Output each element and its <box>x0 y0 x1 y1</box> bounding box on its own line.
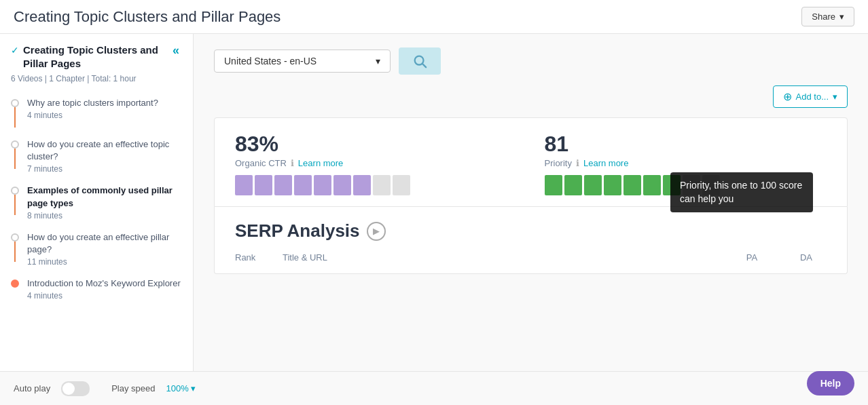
item-title-4: How do you create an effective pillar pa… <box>27 231 182 256</box>
sidebar-collapse-button[interactable]: « <box>170 43 182 58</box>
serp-table-header: Rank Title & URL PA DA <box>235 252 827 263</box>
bar-segment <box>314 175 331 195</box>
autoplay-toggle[interactable] <box>61 381 90 396</box>
item-duration-3: 8 minutes <box>27 211 182 220</box>
share-label: Share <box>812 12 835 22</box>
speed-chevron-icon: ▾ <box>191 383 196 393</box>
search-bar-row: United States - en-US ▾ <box>214 47 848 75</box>
sidebar-course-title: Creating Topic Clusters and Pillar Pages <box>23 43 170 70</box>
item-dot-col-5 <box>11 277 19 288</box>
priority-info-icon: ℹ <box>576 158 579 168</box>
priority-label-row: Priority ℹ Learn more <box>545 158 827 168</box>
item-content-1: Why are topic clusters important? 4 minu… <box>27 97 182 120</box>
priority-value: 81 <box>545 132 827 157</box>
item-duration-5: 4 minutes <box>27 291 182 301</box>
serp-expand-button[interactable]: ▶ <box>367 222 386 241</box>
sidebar-header: ✓ Creating Topic Clusters and Pillar Pag… <box>0 34 193 74</box>
item-dot-3 <box>11 187 19 195</box>
bar-segment <box>623 175 641 195</box>
bar-segment <box>373 175 391 195</box>
content-inner: United States - en-US ▾ ⊕ Add to... ▾ <box>194 34 868 288</box>
item-dot-col-2 <box>11 138 19 169</box>
search-icon <box>412 54 427 69</box>
dropdown-chevron-icon: ▾ <box>376 56 380 66</box>
ctr-label-row: Organic CTR ℹ Learn more <box>235 158 518 168</box>
item-title-1: Why are topic clusters important? <box>27 97 182 109</box>
speed-value[interactable]: 100% ▾ <box>166 383 196 393</box>
bar-segment <box>333 175 351 195</box>
item-line-2 <box>14 149 16 169</box>
priority-label: Priority <box>545 158 572 168</box>
sidebar-items: Why are topic clusters important? 4 minu… <box>0 92 193 320</box>
serp-section: SERP Analysis ▶ Rank Title & URL PA DA <box>214 207 848 274</box>
sidebar: ✓ Creating Topic Clusters and Pillar Pag… <box>0 34 194 405</box>
bar-segment <box>643 175 661 195</box>
toggle-knob <box>62 383 75 395</box>
item-title-3: Examples of commonly used pillar page ty… <box>27 185 182 209</box>
bar-segment <box>274 175 292 195</box>
share-button[interactable]: Share ▾ <box>801 7 854 26</box>
col-title-header: Title & URL <box>283 252 718 263</box>
bar-segment <box>545 175 562 195</box>
col-pa-header: PA <box>731 252 772 263</box>
sidebar-item-2[interactable]: How do you create an effective topic clu… <box>0 133 193 179</box>
item-dot-1 <box>11 99 19 107</box>
add-to-row: ⊕ Add to... ▾ <box>214 85 848 108</box>
bar-segment <box>235 175 253 195</box>
priority-metric: 81 Priority ℹ Learn more Priority, this … <box>545 132 827 195</box>
priority-tooltip: Priority, this one to 100 score can help… <box>670 172 813 212</box>
col-da-header: DA <box>786 252 827 263</box>
bottom-bar: Auto play Play speed 100% ▾ <box>0 371 868 405</box>
item-line-1 <box>14 107 16 128</box>
location-dropdown[interactable]: United States - en-US ▾ <box>214 50 391 73</box>
help-button[interactable]: Help <box>807 371 854 396</box>
item-content-2: How do you create an effective topic clu… <box>27 138 182 174</box>
item-content-4: How do you create an effective pillar pa… <box>27 231 182 267</box>
ctr-learn-more[interactable]: Learn more <box>298 158 343 168</box>
autoplay-label: Auto play <box>14 383 50 393</box>
ctr-info-icon: ℹ <box>291 158 294 168</box>
bar-segment <box>255 175 272 195</box>
search-button[interactable] <box>399 47 441 75</box>
item-duration-1: 4 minutes <box>27 111 182 120</box>
item-dot-2 <box>11 140 19 149</box>
bar-segment <box>584 175 602 195</box>
sidebar-item-5[interactable]: Introduction to Moz's Keyword Explorer 4… <box>0 272 193 306</box>
ctr-metric: 83% Organic CTR ℹ Learn more <box>235 132 518 195</box>
page-title: Creating Topic Clusters and Pillar Pages <box>14 8 281 26</box>
svg-line-1 <box>422 64 426 67</box>
bar-segment <box>564 175 582 195</box>
item-content-5: Introduction to Moz's Keyword Explorer 4… <box>27 277 182 301</box>
add-to-label: Add to... <box>796 92 829 102</box>
speed-label: Play speed <box>111 383 155 393</box>
priority-learn-more[interactable]: Learn more <box>583 158 628 168</box>
serp-title: SERP Analysis <box>235 220 360 242</box>
col-rank-header: Rank <box>235 252 269 263</box>
item-title-5: Introduction to Moz's Keyword Explorer <box>27 277 182 290</box>
add-to-chevron-icon: ▾ <box>833 92 837 102</box>
main-layout: ✓ Creating Topic Clusters and Pillar Pag… <box>0 34 868 405</box>
bar-segment <box>393 175 410 195</box>
sidebar-item-4[interactable]: How do you create an effective pillar pa… <box>0 226 193 272</box>
item-dot-5 <box>11 279 19 288</box>
location-value: United States - en-US <box>224 56 317 66</box>
sidebar-meta: 6 Videos | 1 Chapter | Total: 1 hour <box>0 74 193 92</box>
item-dot-col-4 <box>11 231 19 262</box>
top-bar: Creating Topic Clusters and Pillar Pages… <box>0 0 868 34</box>
item-duration-2: 7 minutes <box>27 164 182 174</box>
ctr-bar-chart <box>235 175 518 195</box>
add-to-plus-icon: ⊕ <box>783 90 792 103</box>
sidebar-expand-icon[interactable]: ✓ <box>11 45 19 56</box>
item-title-2: How do you create an effective topic clu… <box>27 138 182 163</box>
sidebar-item-3[interactable]: Examples of commonly used pillar page ty… <box>0 179 193 225</box>
item-content-3: Examples of commonly used pillar page ty… <box>27 185 182 220</box>
ctr-label: Organic CTR <box>235 158 287 168</box>
share-chevron-icon: ▾ <box>839 12 844 22</box>
item-line-3 <box>14 195 16 215</box>
item-dot-4 <box>11 233 19 242</box>
serp-title-row: SERP Analysis ▶ <box>235 220 827 242</box>
bar-segment <box>353 175 371 195</box>
add-to-button[interactable]: ⊕ Add to... ▾ <box>773 85 848 108</box>
sidebar-item-1[interactable]: Why are topic clusters important? 4 minu… <box>0 92 193 133</box>
item-line-4 <box>14 242 16 262</box>
